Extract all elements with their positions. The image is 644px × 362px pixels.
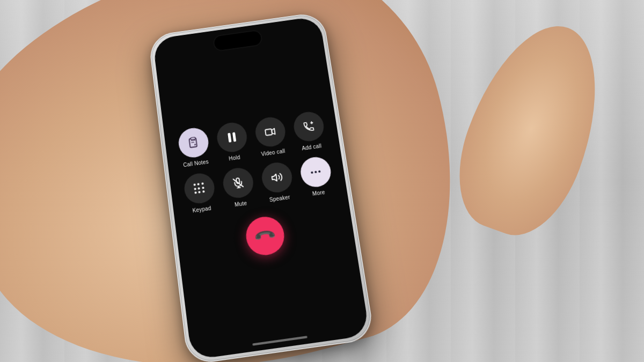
add-call-circle: [291, 110, 325, 143]
end-call-icon: 📞: [253, 224, 277, 248]
hold-circle: [215, 121, 248, 154]
add-call-icon: [302, 120, 315, 133]
hold-button[interactable]: Hold: [213, 121, 252, 164]
speaker-button[interactable]: Speaker: [258, 160, 298, 204]
video-call-circle: [253, 115, 287, 149]
controls-grid-row1: Call Notes Hold: [172, 109, 339, 215]
speaker-icon: [270, 171, 283, 184]
end-call-button[interactable]: 📞: [244, 215, 287, 257]
hold-icon: [228, 132, 236, 142]
svg-marker-6: [272, 174, 277, 182]
more-circle: [298, 155, 333, 189]
add-call-label: Add call: [302, 143, 322, 151]
mute-label: Mute: [234, 200, 247, 208]
svg-rect-3: [265, 129, 272, 135]
call-notes-button[interactable]: Call Notes: [174, 126, 214, 169]
more-icon: [311, 171, 320, 174]
more-button[interactable]: More: [296, 155, 336, 198]
call-notes-circle: [177, 126, 210, 159]
keypad-circle: [182, 172, 216, 205]
speaker-label: Speaker: [269, 194, 290, 203]
add-call-button[interactable]: Add call: [289, 110, 330, 153]
speaker-circle: [260, 161, 294, 195]
keypad-label: Keypad: [192, 205, 211, 214]
more-label: More: [312, 189, 325, 197]
mute-icon: [231, 176, 245, 190]
video-call-button[interactable]: Video call: [251, 115, 291, 158]
mute-circle: [221, 166, 255, 200]
video-call-label: Video call: [261, 148, 286, 157]
keypad-icon: [193, 182, 205, 195]
call-notes-icon: [187, 136, 200, 149]
video-call-icon: [264, 125, 277, 138]
call-notes-label: Call Notes: [183, 159, 209, 168]
mute-button[interactable]: Mute: [218, 166, 258, 209]
hold-label: Hold: [229, 154, 241, 162]
keypad-button[interactable]: Keypad: [180, 171, 219, 215]
